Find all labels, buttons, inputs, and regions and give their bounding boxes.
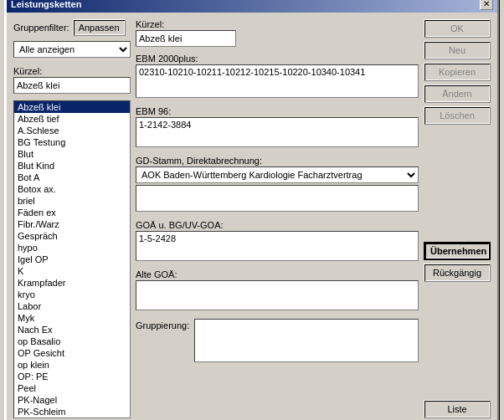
gruppierung-label: Gruppierung:	[136, 320, 189, 330]
kuerzel-left-input[interactable]	[13, 77, 131, 94]
list-item[interactable]: op klein	[14, 359, 130, 371]
uebernehmen-button[interactable]: Übernehmen	[424, 242, 491, 260]
right-panel: Kürzel: EBM 2000plus: EBM 96: GD-Stamm, …	[136, 19, 419, 418]
ebm2000-label: EBM 2000plus:	[136, 54, 419, 64]
alte-goae-input[interactable]	[136, 280, 419, 310]
list-item[interactable]: kryo	[14, 289, 130, 300]
list-item[interactable]: K	[14, 265, 130, 277]
aendern-button[interactable]: Ändern	[424, 85, 491, 103]
gruppenfilter-row: Gruppenfilter: Anpassen	[13, 19, 131, 36]
goae-group: GOÄ u. BG/UV-GOA:	[136, 220, 419, 263]
gd-stamm-textarea[interactable]	[136, 185, 419, 212]
gruppierung-input[interactable]	[194, 319, 419, 362]
ebm2000-input[interactable]	[136, 64, 419, 98]
kuerzel-right-input[interactable]	[136, 30, 236, 47]
ebm96-label: EBM 96:	[136, 106, 419, 116]
list-item[interactable]: Myk	[14, 312, 130, 324]
title-bar: Leistungsketten ✕	[7, 0, 497, 13]
kuerzel-left-group: Kürzel:	[13, 66, 131, 94]
alte-goae-label: Alte GOÄ:	[136, 269, 419, 279]
gruppierung-group: Gruppierung:	[136, 319, 419, 362]
close-button[interactable]: ✕	[480, 0, 493, 10]
ok-button[interactable]: OK	[424, 19, 491, 38]
list-item[interactable]: PK-Nagel	[14, 394, 130, 406]
main-window: Leistungsketten ✕ Gruppenfilter: Anpasse…	[5, 0, 499, 420]
gd-stamm-label: GD-Stamm, Direktabrechnung:	[136, 156, 419, 166]
list-item[interactable]: PK-Schleim	[14, 406, 130, 417]
list-item[interactable]: OP: PE	[14, 371, 130, 382]
rueckgaengig-button[interactable]: Rückgängig	[424, 264, 491, 282]
list-item[interactable]: Fibr./Warz	[14, 218, 130, 230]
alle-anzeigen-group: Alle anzeigen	[13, 41, 131, 58]
kuerzel-right-label: Kürzel:	[136, 19, 419, 29]
list-item[interactable]: Botox ax.	[14, 183, 130, 195]
list-item[interactable]: briel	[14, 195, 130, 207]
gd-stamm-dropdown[interactable]: AOK Baden-Württemberg Kardiologie Fachar…	[136, 166, 419, 183]
list-item[interactable]: Peel	[14, 382, 130, 394]
goae-label: GOÄ u. BG/UV-GOA:	[136, 220, 419, 230]
ebm96-group: EBM 96:	[136, 106, 419, 149]
gd-stamm-group: GD-Stamm, Direktabrechnung: AOK Baden-Wü…	[136, 156, 419, 213]
list-item[interactable]: Blut Kind	[14, 160, 130, 172]
liste-button[interactable]: Liste	[424, 400, 491, 418]
list-item[interactable]: Abzeß tief	[14, 113, 130, 125]
ebm2000-group: EBM 2000plus:	[136, 54, 419, 100]
list-item[interactable]: Igel OP	[14, 254, 130, 265]
list-item[interactable]: Fäden ex	[14, 207, 130, 218]
list-item[interactable]: A.Schlese	[14, 125, 130, 136]
list-item[interactable]: Labor	[14, 300, 130, 312]
alle-anzeigen-dropdown[interactable]: Alle anzeigen	[13, 41, 131, 58]
anpassen-button[interactable]: Anpassen	[73, 19, 126, 36]
list-item[interactable]: Krampfader	[14, 277, 130, 289]
left-panel: Gruppenfilter: Anpassen Alle anzeigen Kü…	[13, 19, 131, 418]
list-item[interactable]: BG Testung	[14, 136, 130, 148]
list-item[interactable]: Nach Ex	[14, 324, 130, 335]
kopieren-button[interactable]: Kopieren	[424, 63, 491, 81]
listbox[interactable]: Abzeß kleiAbzeß tiefA.SchleseBG TestungB…	[13, 100, 131, 418]
goae-input[interactable]	[136, 231, 419, 261]
list-item[interactable]: Blut	[14, 148, 130, 160]
kuerzel-right-group: Kürzel:	[136, 19, 419, 47]
list-item[interactable]: op Basalio	[14, 335, 130, 347]
alte-goae-group: Alte GOÄ:	[136, 269, 419, 312]
buttons-panel: OK Neu Kopieren Ändern Löschen Übernehme…	[424, 19, 491, 418]
list-item[interactable]: hypo	[14, 242, 130, 254]
neu-button[interactable]: Neu	[424, 41, 491, 59]
list-item[interactable]: OP Gesicht	[14, 347, 130, 359]
gruppenfilter-label: Gruppenfilter:	[13, 23, 69, 33]
window-title: Leistungsketten	[11, 0, 81, 9]
list-item[interactable]: Gespräch	[14, 230, 130, 242]
list-item[interactable]: Bot A	[14, 172, 130, 183]
list-item[interactable]: Abzeß klei	[14, 101, 130, 113]
kuerzel-left-label: Kürzel:	[13, 66, 131, 76]
ebm96-input[interactable]	[136, 117, 419, 147]
loeschen-button[interactable]: Löschen	[424, 106, 491, 125]
gd-stamm-row: AOK Baden-Württemberg Kardiologie Fachar…	[136, 166, 419, 183]
